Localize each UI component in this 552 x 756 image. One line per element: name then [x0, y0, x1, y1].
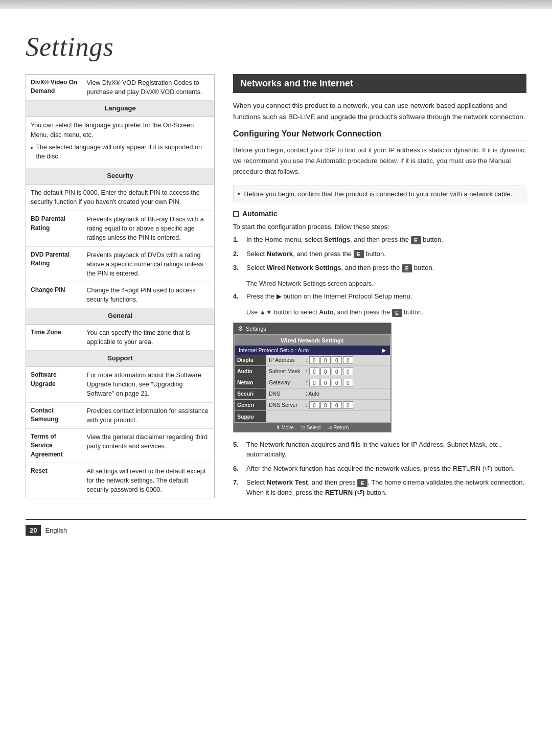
select-control: ⊡ Select — [301, 425, 321, 430]
screenshot-title-bar: ⚙ Settings — [234, 323, 391, 334]
screenshot-protocol-row: Internet Protocol Setup : Auto ▶ — [235, 346, 390, 355]
return-control: ↺ Return — [328, 425, 349, 430]
ss-netwo-label: Netwo — [235, 377, 266, 388]
change-pin-label: Change PIN — [26, 282, 82, 308]
time-zone-text: You can specify the time zone that is ap… — [82, 325, 215, 351]
auto-sub-text: To start the configuration process, foll… — [233, 223, 526, 231]
enter-icon-4 — [392, 309, 402, 317]
divx-label: DivX® Video On Demand — [26, 75, 82, 101]
bullet-marker: • — [238, 189, 240, 199]
ip-boxes: 0 0 0 0 — [309, 356, 353, 364]
ip-box-1: 0 — [309, 356, 319, 364]
time-zone-row: Time Zone You can specify the time zone … — [26, 325, 215, 351]
automatic-section: Automatic To start the configuration pro… — [233, 210, 526, 497]
terms-service-label: Terms of Service Agreement — [26, 428, 82, 463]
general-section-header: General — [26, 308, 215, 325]
ss-audio-label: Audio — [235, 366, 266, 377]
settings-table: DivX® Video On Demand View DivX® VOD Reg… — [26, 74, 215, 498]
language-note: You can select the language you prefer f… — [26, 117, 215, 168]
ss-generi-label: Generi — [235, 400, 266, 410]
footer-language: English — [45, 526, 67, 534]
ss-gateway-row: Netwo Gateway : 0 0 0 0 — [235, 377, 390, 388]
terms-service-row: Terms of Service Agreement View the gene… — [26, 428, 215, 463]
left-column: DivX® Video On Demand View DivX® VOD Reg… — [26, 74, 215, 498]
step-3-note: The Wired Network Settings screen appear… — [246, 279, 526, 289]
software-upgrade-row: Software Upgrade For more information ab… — [26, 367, 215, 402]
step-5: The Network function acquires and fills … — [233, 440, 526, 460]
step-3: Select Wired Network Settings, and then … — [233, 263, 526, 273]
ss-subnet-content: Subnet Mask : 0 0 0 0 — [266, 366, 390, 377]
dvd-parental-label: DVD Parental Rating — [26, 246, 82, 282]
step-3-text: Select Wired Network Settings, and then … — [246, 263, 434, 273]
ss-ip-content: IP Address : 0 0 0 0 — [266, 355, 390, 365]
configuring-subheading: Configuring Your Network Connection — [233, 129, 526, 141]
ss-suppo-label: Suppo — [235, 411, 266, 422]
step-7-text: Select Network Test, and then press . Th… — [246, 477, 526, 497]
configuring-intro: Before you begin, contact your ISP to fi… — [233, 145, 526, 177]
bullet-dot: • — [31, 144, 33, 153]
ss-subnet-row: Audio Subnet Mask : 0 0 0 0 — [235, 366, 390, 377]
security-header-row: Security — [26, 168, 215, 184]
support-section-header: Support — [26, 351, 215, 367]
step-4: Press the ▶ button on the Internet Proto… — [233, 291, 526, 302]
contact-samsung-row: Contact Samsung Provides contact informa… — [26, 402, 215, 428]
main-content: DivX® Video On Demand View DivX® VOD Reg… — [26, 74, 526, 503]
automatic-heading: Automatic — [233, 210, 526, 218]
step-4-note: Use ▲▼ button to select Auto, and then p… — [246, 308, 526, 317]
software-upgrade-label: Software Upgrade — [26, 367, 82, 402]
gateway-boxes: 0 0 0 0 — [309, 379, 353, 386]
time-zone-label: Time Zone — [26, 325, 82, 351]
ss-ip-row: Displa IP Address : 0 0 0 0 — [235, 355, 390, 366]
security-section-header: Security — [26, 168, 215, 184]
terms-service-text: View the general disclaimer regarding th… — [82, 428, 215, 463]
protocol-label: Internet Protocol Setup : Auto — [239, 347, 309, 353]
divx-text: View DivX® VOD Registration Codes to pur… — [82, 75, 215, 101]
protocol-arrow: ▶ — [382, 347, 386, 353]
enter-icon-2 — [354, 250, 364, 258]
subnet-boxes: 0 0 0 0 — [309, 368, 353, 375]
ss-suppo-row: Suppo — [235, 411, 390, 422]
general-header-row: General — [26, 308, 215, 325]
step-4-text: Press the ▶ button on the Internet Proto… — [246, 291, 412, 302]
right-column: Networks and the Internet When you conne… — [233, 74, 526, 503]
page-number: 20 — [26, 525, 41, 536]
dvd-parental-row: DVD Parental Rating Prevents playback of… — [26, 246, 215, 282]
screenshot-inner: Wired Network Settings Internet Protocol… — [234, 334, 391, 423]
page: Settings DivX® Video On Demand View DivX… — [0, 0, 552, 756]
bd-parental-label: BD Parental Rating — [26, 211, 82, 246]
network-bullet-text: Before you begin, confirm that the produ… — [244, 189, 513, 199]
ss-gateway-content: Gateway : 0 0 0 0 — [266, 377, 390, 388]
page-footer: 20 English — [26, 519, 526, 536]
move-control: ⬆ Move — [276, 425, 294, 430]
ss-securi-label: Securi — [235, 388, 266, 399]
enter-icon-3 — [402, 264, 412, 272]
support-header-row: Support — [26, 351, 215, 367]
software-upgrade-text: For more information about the Software … — [82, 367, 215, 402]
screenshot-bottom-bar: ⬆ Move ⊡ Select ↺ Return — [234, 423, 391, 432]
ip-box-3: 0 — [332, 356, 342, 364]
ip-box-2: 0 — [320, 356, 331, 364]
screenshot-title: Settings — [246, 326, 266, 332]
steps-list: In the Home menu, select Settings, and t… — [233, 235, 526, 273]
step-1: In the Home menu, select Settings, and t… — [233, 235, 526, 245]
security-note-row: The default PIN is 0000. Enter the defau… — [26, 184, 215, 211]
step-6-text: After the Network function has acquired … — [246, 464, 515, 474]
page-title: Settings — [26, 32, 526, 62]
steps-list-2: Press the ▶ button on the Internet Proto… — [233, 291, 526, 302]
table-row: DivX® Video On Demand View DivX® VOD Reg… — [26, 75, 215, 101]
reset-row: Reset All settings will revert to the de… — [26, 463, 215, 498]
gear-icon: ⚙ — [238, 325, 243, 332]
language-note-row: You can select the language you prefer f… — [26, 117, 215, 168]
contact-samsung-text: Provides contact information for assista… — [82, 402, 215, 428]
change-pin-text: Change the 4-digit PIN used to access se… — [82, 282, 215, 308]
enter-icon-1 — [411, 236, 421, 244]
contact-samsung-label: Contact Samsung — [26, 402, 82, 428]
step-5-text: The Network function acquires and fills … — [246, 440, 526, 460]
bd-parental-text: Prevents playback of Blu-ray Discs with … — [82, 211, 215, 246]
bd-parental-row: BD Parental Rating Prevents playback of … — [26, 211, 215, 246]
language-bullet: • The selected language will only appear… — [31, 143, 210, 161]
checkbox-icon — [233, 211, 239, 217]
step-2: Select Network, and then press the butto… — [233, 249, 526, 259]
top-decoration-bar — [0, 0, 552, 9]
screenshot-inner-header: Wired Network Settings — [235, 335, 390, 346]
